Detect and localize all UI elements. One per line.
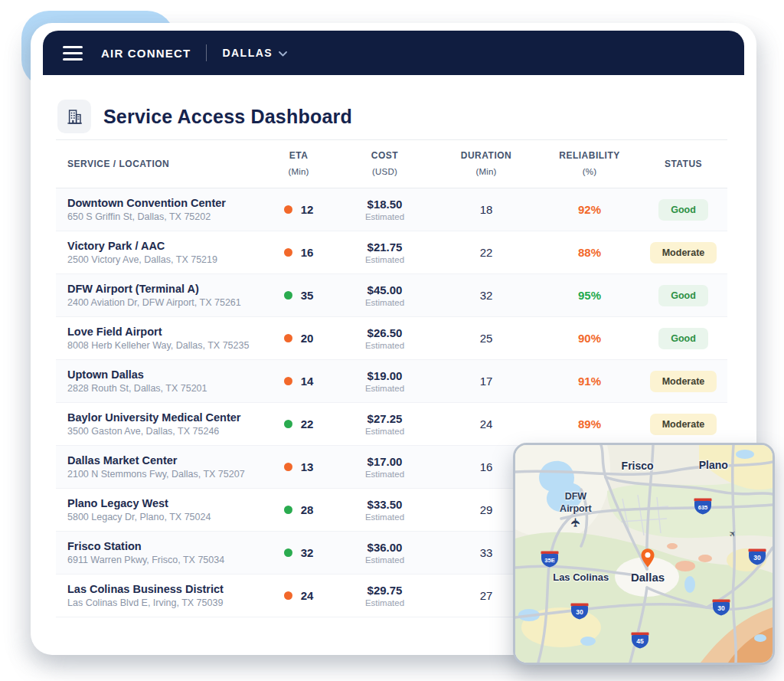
interstate-shield-icon: 30 [746, 547, 769, 569]
cost-cell: $45.00Estimated [337, 283, 433, 307]
building-icon [57, 100, 91, 133]
eta-value: 12 [301, 203, 314, 216]
service-cell: Las Colinas Business DistrictLas Colinas… [56, 583, 260, 608]
service-cell: Baylor University Medical Center3500 Gas… [56, 411, 260, 437]
eta-cell: 35 [260, 289, 337, 302]
cost-note: Estimated [337, 512, 433, 522]
chevron-down-icon [279, 46, 287, 60]
service-name: Uptown Dallas [67, 368, 260, 381]
interstate-shield-icon: 30 [710, 598, 733, 620]
small-airplane-icon: ✈ [727, 529, 739, 541]
service-name: Victory Park / AAC [67, 240, 260, 252]
svg-text:30: 30 [717, 604, 725, 612]
duration-value: 24 [433, 417, 540, 431]
reliability-value: 95% [540, 289, 639, 302]
table-header: SERVICE / LOCATIONETA(Min)COST(USD)DURAT… [56, 139, 727, 188]
cost-cell: $33.50Estimated [337, 498, 433, 522]
eta-status-dot-icon [284, 377, 292, 385]
table-row[interactable]: Uptown Dallas2828 Routh St, Dallas, TX 7… [56, 360, 727, 403]
eta-status-dot-icon [284, 205, 292, 214]
service-cell: Downtown Convention Center650 S Griffin … [56, 197, 260, 222]
service-cell: Victory Park / AAC2500 Victory Ave, Dall… [56, 240, 260, 265]
eta-status-dot-icon [284, 291, 292, 300]
eta-cell: 14 [260, 375, 337, 388]
status-badge: Good [658, 328, 708, 349]
map-panel[interactable]: FriscoPlanoLas ColinasDallasDFWAirport✈6… [513, 443, 775, 665]
eta-value: 24 [301, 589, 314, 602]
column-header: RELIABILITY(%) [540, 148, 639, 179]
cost-value: $29.75 [337, 584, 433, 597]
status-badge: Moderate [650, 371, 717, 392]
service-address: 6911 Warren Pkwy, Frisco, TX 75034 [67, 555, 260, 565]
eta-value: 32 [301, 546, 314, 559]
cost-value: $17.00 [337, 455, 433, 468]
eta-cell: 12 [260, 203, 337, 216]
table-row[interactable]: Love Field Airport8008 Herb Kelleher Way… [56, 317, 727, 360]
cost-note: Estimated [337, 255, 433, 264]
hamburger-menu-icon[interactable] [63, 46, 83, 61]
service-name: Baylor University Medical Center [67, 411, 260, 424]
svg-text:30: 30 [576, 608, 583, 616]
reliability-value: 88% [540, 246, 639, 259]
column-header: DURATION(Min) [433, 148, 540, 179]
eta-cell: 22 [260, 417, 337, 431]
service-address: 2828 Routh St, Dallas, TX 75201 [67, 383, 260, 394]
map-city-label: Las Colinas [553, 571, 609, 582]
reliability-value: 90% [540, 332, 639, 345]
appbar-divider [206, 44, 207, 61]
status-cell: Moderate [639, 414, 727, 435]
service-name: Love Field Airport [67, 326, 260, 338]
eta-value: 28 [301, 503, 314, 516]
table-row[interactable]: DFW Airport (Terminal A)2400 Aviation Dr… [56, 274, 727, 317]
service-address: 2100 N Stemmons Fwy, Dallas, TX 75207 [67, 469, 260, 480]
cost-cell: $29.75Estimated [337, 584, 433, 607]
duration-value: 25 [433, 332, 540, 345]
service-cell: DFW Airport (Terminal A)2400 Aviation Dr… [56, 283, 260, 308]
column-header: COST(USD) [337, 148, 433, 179]
interstate-shield-icon: 635 [691, 497, 714, 519]
svg-text:30: 30 [753, 554, 761, 561]
cost-cell: $36.00Estimated [337, 541, 433, 565]
city-selector-label: DALLAS [222, 47, 273, 59]
status-cell: Good [639, 285, 727, 306]
table-row[interactable]: Baylor University Medical Center3500 Gas… [56, 403, 727, 446]
eta-value: 35 [301, 289, 314, 302]
cost-cell: $21.75Estimated [337, 241, 433, 264]
app-bar: AIR CONNECT DALLAS [43, 31, 744, 75]
service-address: 3500 Gaston Ave, Dallas, TX 75246 [67, 426, 260, 437]
cost-note: Estimated [337, 427, 433, 436]
reliability-value: 91% [540, 375, 639, 388]
eta-status-dot-icon [284, 548, 292, 557]
cost-value: $19.00 [337, 369, 433, 382]
cost-note: Estimated [337, 555, 433, 565]
cost-note: Estimated [337, 298, 433, 307]
service-name: Dallas Market Center [67, 454, 260, 467]
table-row[interactable]: Downtown Convention Center650 S Griffin … [56, 188, 727, 231]
eta-value: 20 [301, 332, 314, 345]
city-selector[interactable]: DALLAS [222, 46, 287, 60]
status-badge: Moderate [650, 242, 717, 264]
cost-value: $45.00 [337, 283, 433, 296]
duration-value: 32 [433, 289, 540, 302]
eta-value: 22 [301, 417, 314, 431]
interstate-shield-icon: 35E [538, 549, 561, 571]
eta-cell: 13 [260, 460, 337, 473]
eta-value: 16 [301, 246, 314, 259]
service-address: 8008 Herb Kelleher Way, Dallas, TX 75235 [67, 340, 260, 351]
map-airport-label: DFWAirport✈ [560, 491, 592, 530]
page-title-bar: Service Access Dashboard [57, 100, 352, 133]
interstate-shield-icon: 30 [568, 601, 591, 624]
eta-cell: 20 [260, 332, 337, 345]
map-pin-icon [640, 548, 655, 571]
status-cell: Good [639, 199, 727, 221]
map-city-label: Frisco [622, 460, 654, 472]
eta-value: 14 [301, 375, 314, 388]
table-row[interactable]: Victory Park / AAC2500 Victory Ave, Dall… [56, 231, 727, 274]
eta-status-dot-icon [284, 591, 292, 600]
service-cell: Dallas Market Center2100 N Stemmons Fwy,… [56, 454, 260, 480]
column-header: STATUS [639, 156, 727, 172]
eta-cell: 28 [260, 503, 337, 516]
service-name: Downtown Convention Center [67, 197, 260, 209]
service-address: 2500 Victory Ave, Dallas, TX 75219 [67, 254, 260, 265]
cost-value: $21.75 [337, 241, 433, 254]
